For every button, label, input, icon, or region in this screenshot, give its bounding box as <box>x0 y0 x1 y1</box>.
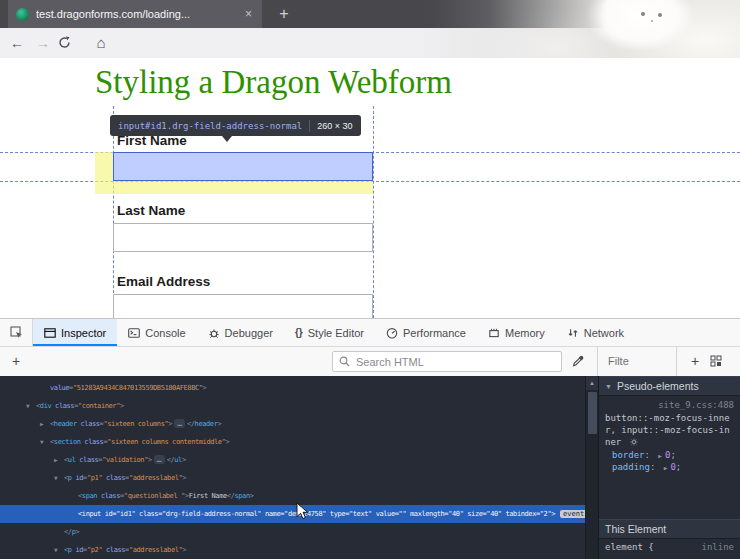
tab-inspector[interactable]: Inspector <box>33 319 117 346</box>
markup-line[interactable]: ▼<div class="container"> <box>0 397 585 415</box>
tab-network[interactable]: Network <box>556 319 635 346</box>
filter-styles-input[interactable]: Filte <box>608 355 629 367</box>
expand-shorthand-icon[interactable]: ▶ <box>664 464 668 471</box>
code-token: "51283A9434C847013559DB5180AFE8BC" <box>73 384 203 392</box>
code-token: header <box>54 420 77 428</box>
code-token: "40" <box>486 510 501 518</box>
collapse-arrow-icon: ▼ <box>605 383 612 390</box>
code-token: value <box>50 384 69 392</box>
markup-line[interactable]: value="51283A9434C847013559DB5180AFE8BC"… <box>0 379 585 397</box>
code-token: "container" <box>78 402 120 410</box>
property-name: padding <box>612 462 650 472</box>
code-token: > <box>226 438 230 446</box>
inspector-icon <box>44 327 56 339</box>
eyedropper-button[interactable] <box>572 354 585 367</box>
css-declaration[interactable]: padding: ▶0; <box>599 461 740 473</box>
margin-highlight-left <box>95 152 113 181</box>
expand-arrow-icon[interactable]: ▼ <box>26 397 36 415</box>
code-token: "addresslabel" <box>129 474 182 482</box>
section-title: This Element <box>605 523 666 535</box>
markup-line[interactable]: ▼<p id="p2" class="addresslabel"> <box>0 541 585 559</box>
code-token: tabindex <box>502 510 536 518</box>
reload-button[interactable] <box>58 28 84 58</box>
highlight-guide-left <box>113 106 114 318</box>
markup-line[interactable]: ▶<ul class="validation">…</ul> <box>0 451 585 469</box>
tab-performance[interactable]: Performance <box>375 319 477 346</box>
expand-arrow-icon[interactable]: ▼ <box>40 433 50 451</box>
code-token: > <box>182 546 186 554</box>
code-token: > <box>250 492 254 500</box>
event-badge[interactable]: event <box>560 510 585 518</box>
toggle-classes-button[interactable] <box>710 355 722 367</box>
element-rule-source[interactable]: inline <box>701 542 734 552</box>
pick-element-button[interactable] <box>0 319 33 346</box>
email-input[interactable] <box>113 294 373 318</box>
expand-arrow-icon[interactable]: ▼ <box>54 541 64 559</box>
pseudo-elements-header[interactable]: ▼ Pseudo-elements <box>599 376 740 396</box>
code-token: > <box>203 384 207 392</box>
code-token: id <box>72 474 83 482</box>
property-name: border <box>612 450 645 460</box>
markup-line[interactable]: <span class="questionlabel ">First Name<… <box>0 487 585 505</box>
toolbar-separator <box>597 347 598 376</box>
rule-selector[interactable]: button::-moz-focus-inner, input::-moz-fo… <box>599 411 740 449</box>
highlight-guide-right <box>373 106 374 318</box>
scroll-up-button[interactable]: ▲ <box>586 376 598 390</box>
markup-line[interactable]: <input id="id1" class="drg-field-address… <box>0 505 585 523</box>
code-token: > <box>148 456 152 464</box>
add-node-button[interactable]: + <box>6 351 26 371</box>
tab-memory[interactable]: Memory <box>477 319 556 346</box>
markup-line[interactable]: ▼<p id="p1" class="addresslabel"> <box>0 469 585 487</box>
code-token: size <box>463 510 482 518</box>
mouse-cursor <box>296 502 309 521</box>
selector-text: button::-moz-focus-inner, input::-moz-fo… <box>605 413 730 447</box>
rules-panel: ▼ Pseudo-elements site_9.css:488 button:… <box>598 376 740 559</box>
code-token: </ <box>64 528 72 536</box>
rule-source-link[interactable]: site_9.css:488 <box>599 396 740 411</box>
last-name-input[interactable] <box>113 223 373 252</box>
console-icon <box>128 327 140 339</box>
add-rule-button[interactable]: + <box>686 351 704 371</box>
code-token: class <box>102 546 125 554</box>
close-tab-button[interactable]: × <box>243 7 254 21</box>
css-declaration[interactable]: border: ▶0; <box>599 449 740 461</box>
home-button[interactable]: ⌂ <box>88 28 114 58</box>
section-title: Pseudo-elements <box>617 380 699 392</box>
code-token: > <box>551 510 555 518</box>
infobar-dimensions: 260 × 30 <box>317 121 352 131</box>
search-placeholder: Search HTML <box>356 356 424 368</box>
markup-line[interactable]: ▼<section class="sixteen columns content… <box>0 433 585 451</box>
search-html-input[interactable]: Search HTML <box>332 351 562 372</box>
tab-style-editor[interactable]: {} Style Editor <box>284 319 375 346</box>
field-label-email: Email Address <box>117 274 210 289</box>
tab-console[interactable]: Console <box>117 319 196 346</box>
code-token: > <box>120 402 124 410</box>
expand-arrow-icon[interactable]: ▼ <box>54 469 64 487</box>
tab-debugger[interactable]: Debugger <box>197 319 284 346</box>
element-rule[interactable]: element { inline <box>599 539 740 555</box>
this-element-header[interactable]: This Element <box>599 519 740 539</box>
scrollbar-thumb[interactable] <box>588 392 597 434</box>
expand-shorthand-icon[interactable]: ▶ <box>658 452 662 459</box>
expand-arrow-icon[interactable]: ▶ <box>54 451 64 469</box>
code-token: "validation" <box>102 456 148 464</box>
markup-line[interactable]: ▶<header class="sixteen columns">…</head… <box>0 415 585 433</box>
browser-tab[interactable]: test.dragonforms.com/loading... × <box>8 0 262 28</box>
forward-button[interactable]: → <box>30 28 56 58</box>
code-token: ul <box>174 456 182 464</box>
content-highlight-box <box>113 152 373 181</box>
markup-tree: value="51283A9434C847013559DB5180AFE8BC"… <box>0 376 585 559</box>
back-button[interactable]: ← <box>4 28 30 58</box>
code-token: "questionlabel " <box>124 492 185 500</box>
markup-line[interactable]: </p> <box>0 523 585 541</box>
code-token: > <box>217 420 221 428</box>
markup-scrollbar[interactable]: ▲ <box>585 376 598 559</box>
code-token: "sixteen columns" <box>103 420 168 428</box>
tab-label: Performance <box>403 327 466 339</box>
new-tab-button[interactable]: + <box>272 2 296 26</box>
code-token: type <box>326 510 345 518</box>
expand-arrow-icon[interactable]: ▶ <box>40 415 50 433</box>
code-token: id <box>101 510 112 518</box>
code-token: class <box>81 438 104 446</box>
highlighter-infobar: input#id1.drg-field-address-normal 260 ×… <box>110 115 361 136</box>
